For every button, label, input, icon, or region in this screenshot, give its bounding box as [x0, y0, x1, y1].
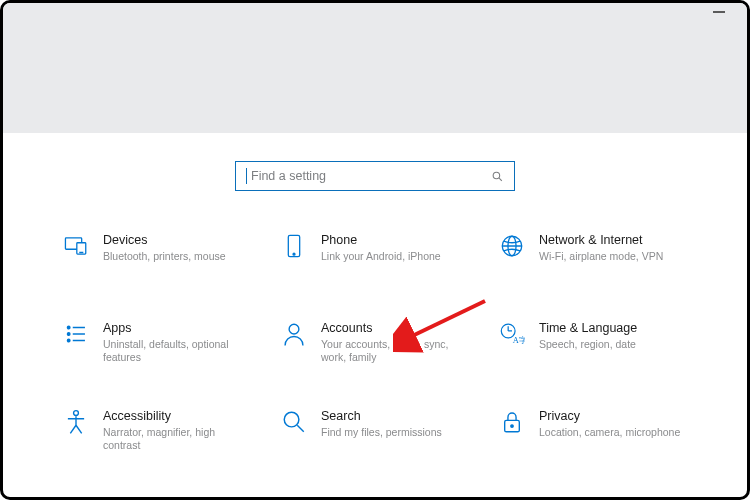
tile-desc: Bluetooth, printers, mouse: [103, 250, 226, 263]
svg-point-16: [289, 324, 299, 334]
settings-grid: Devices Bluetooth, printers, mouse Phone…: [63, 233, 687, 457]
header-band: [3, 3, 747, 133]
tile-accessibility[interactable]: Accessibility Narrator, magnifier, high …: [63, 409, 251, 457]
minimize-button[interactable]: [713, 11, 725, 13]
tile-title: Time & Language: [539, 321, 637, 336]
tile-title: Accounts: [321, 321, 469, 336]
svg-point-26: [284, 412, 299, 427]
tile-desc: Your accounts, email, sync, work, family: [321, 338, 469, 364]
tile-time-language[interactable]: A字 Time & Language Speech, region, date: [499, 321, 687, 369]
apps-icon: [63, 321, 89, 347]
tile-desc: Wi-Fi, airplane mode, VPN: [539, 250, 663, 263]
content-area: Find a setting Devices Bluetooth, pri: [3, 133, 747, 457]
search-placeholder: Find a setting: [251, 169, 491, 183]
tile-desc: Narrator, magnifier, high contrast: [103, 426, 251, 452]
svg-line-27: [297, 425, 304, 432]
time-language-icon: A字: [499, 321, 525, 347]
svg-point-14: [67, 339, 69, 341]
svg-point-6: [293, 253, 295, 255]
svg-point-21: [74, 411, 79, 416]
phone-icon: [281, 233, 307, 259]
tile-privacy[interactable]: Privacy Location, camera, microphone: [499, 409, 687, 457]
svg-point-29: [511, 425, 513, 427]
tile-title: Network & Internet: [539, 233, 663, 248]
tile-search[interactable]: Search Find my files, permissions: [281, 409, 469, 457]
svg-point-10: [67, 326, 69, 328]
text-caret: [246, 168, 247, 184]
svg-line-25: [76, 425, 82, 433]
svg-line-24: [70, 425, 76, 433]
globe-icon: [499, 233, 525, 259]
devices-icon: [63, 233, 89, 259]
tile-devices[interactable]: Devices Bluetooth, printers, mouse: [63, 233, 251, 281]
tile-network[interactable]: Network & Internet Wi-Fi, airplane mode,…: [499, 233, 687, 281]
lock-icon: [499, 409, 525, 435]
svg-point-0: [493, 172, 500, 179]
accessibility-icon: [63, 409, 89, 435]
svg-point-12: [67, 333, 69, 335]
tile-title: Phone: [321, 233, 441, 248]
tile-desc: Uninstall, defaults, optional features: [103, 338, 251, 364]
search-input[interactable]: Find a setting: [235, 161, 515, 191]
svg-text:A字: A字: [513, 336, 525, 345]
person-icon: [281, 321, 307, 347]
tile-title: Privacy: [539, 409, 680, 424]
search-icon: [491, 170, 504, 183]
tile-accounts[interactable]: Accounts Your accounts, email, sync, wor…: [281, 321, 469, 369]
tile-desc: Location, camera, microphone: [539, 426, 680, 439]
magnifier-icon: [281, 409, 307, 435]
tile-title: Accessibility: [103, 409, 251, 424]
tile-phone[interactable]: Phone Link your Android, iPhone: [281, 233, 469, 281]
tile-apps[interactable]: Apps Uninstall, defaults, optional featu…: [63, 321, 251, 369]
svg-line-1: [499, 178, 502, 181]
tile-desc: Link your Android, iPhone: [321, 250, 441, 263]
tile-title: Devices: [103, 233, 226, 248]
tile-title: Search: [321, 409, 442, 424]
tile-desc: Find my files, permissions: [321, 426, 442, 439]
tile-desc: Speech, region, date: [539, 338, 637, 351]
tile-title: Apps: [103, 321, 251, 336]
settings-window: Find a setting Devices Bluetooth, pri: [0, 0, 750, 500]
